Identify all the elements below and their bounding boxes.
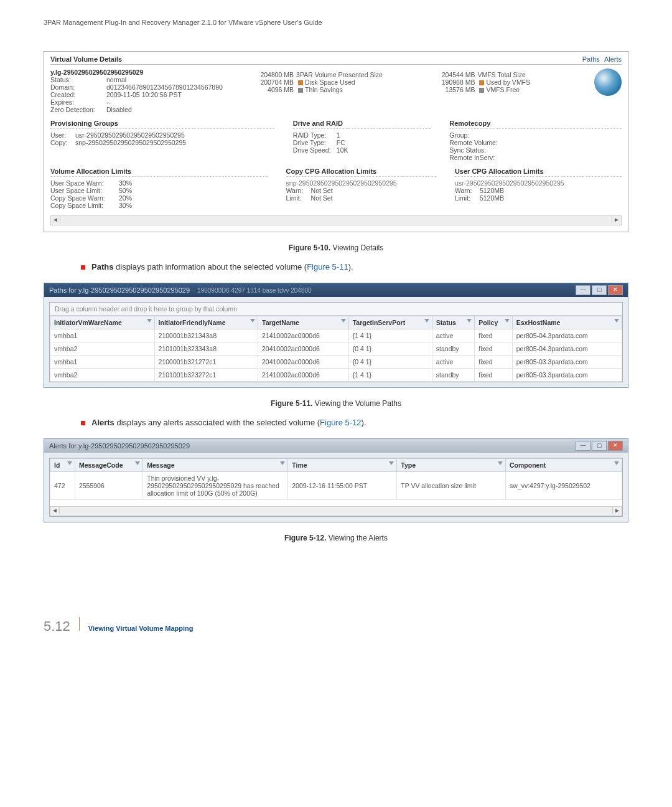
cell: standby — [432, 369, 475, 382]
col-header[interactable]: InitiatorFriendlyName — [154, 316, 258, 329]
created-v: 2009-11-05 10:20:56 PST — [106, 91, 182, 98]
alert-component: sw_vv:4297:y.lg-295029502 — [505, 472, 622, 500]
cell: 2100001b321272c1 — [154, 356, 258, 369]
rvol-k: Remote Volume: — [449, 139, 622, 146]
filter-icon[interactable] — [147, 319, 152, 323]
filter-icon[interactable] — [341, 319, 346, 323]
cell: 2101001b323272c1 — [154, 369, 258, 382]
scroll-right-icon[interactable]: ► — [612, 507, 622, 514]
alerts-win-title: Alerts for y.lg-295029502950295029502950… — [49, 442, 190, 450]
uwarn-k: Warn: — [455, 187, 480, 194]
zero-k: Zero Detection: — [50, 106, 106, 113]
bullet-icon — [81, 265, 85, 270]
user-cpg-sub: usr-295029502950295029502950295 — [455, 179, 622, 187]
filter-icon[interactable] — [389, 461, 394, 465]
fig10-caption: Figure 5-10. Viewing Details — [44, 243, 628, 252]
doc-header: 3PAR Management Plug-In and Recovery Man… — [44, 19, 628, 26]
filter-icon[interactable] — [250, 319, 255, 323]
filter-icon[interactable] — [280, 461, 285, 465]
vmfs-total-lbl: VMFS Total Size — [477, 71, 525, 78]
cell: 21410002ac0000d6 — [258, 329, 349, 342]
fig11-link[interactable]: Figure 5-11 — [307, 262, 348, 271]
col-header[interactable]: TargetInServPort — [348, 316, 432, 329]
usl-v: 50% — [119, 187, 132, 194]
prov-groups-h: Provisioning Groups — [50, 120, 274, 129]
alerts-bullet: Alerts displays any alerts associated wi… — [81, 418, 628, 427]
close-button[interactable]: ✕ — [608, 285, 623, 295]
minimize-button[interactable]: — — [576, 441, 590, 451]
filter-icon[interactable] — [498, 461, 503, 465]
alert-msg: Thin provisioned VV y.lg-295029502950295… — [143, 472, 288, 500]
csl-k: Copy Space Limit: — [50, 202, 119, 209]
usl-k: User Space Limit: — [50, 187, 119, 194]
col-header[interactable]: TargetName — [258, 316, 349, 329]
dtype-v: FC — [337, 139, 345, 146]
cell: fixed — [475, 356, 512, 369]
filter-icon[interactable] — [424, 319, 429, 323]
alert-code: 2555906 — [75, 472, 142, 500]
paths-link[interactable]: Paths — [582, 55, 600, 63]
alerts-hscroll[interactable]: ◄ ► — [50, 506, 622, 516]
maximize-button[interactable]: ▢ — [592, 285, 607, 295]
col-header[interactable]: Message — [143, 459, 288, 472]
vmfs-free-swatch — [479, 88, 484, 93]
col-header[interactable]: Status — [432, 316, 475, 329]
disk-used-swatch — [298, 80, 303, 85]
cell: 2100001b321343a8 — [154, 329, 258, 342]
pie-icon — [594, 68, 622, 96]
expires-v: -- — [106, 98, 111, 106]
fig12-link[interactable]: Figure 5-12 — [320, 418, 361, 427]
col-header[interactable]: Type — [397, 459, 506, 472]
col-header[interactable]: Component — [505, 459, 622, 472]
cell: 20410002ac0000d6 — [258, 342, 349, 356]
user-k: User: — [50, 131, 75, 139]
col-header[interactable]: MessageCode — [75, 459, 142, 472]
col-header[interactable]: Policy — [475, 316, 512, 329]
copy-cpg-h: Copy CPG Allocation Limits — [286, 168, 436, 177]
presented-lbl: 3PAR Volume Presented Size — [296, 71, 383, 78]
raid-k: RAID Type: — [293, 131, 337, 139]
scroll-left-icon[interactable]: ◄ — [50, 507, 60, 514]
footer-sep — [79, 617, 80, 631]
table-row[interactable]: vmhba22101001b323272c121410002ac0000d6{1… — [50, 369, 622, 382]
cell: vmhba1 — [50, 356, 155, 369]
scroll-right-icon[interactable]: ► — [612, 216, 621, 224]
table-row[interactable]: vmhba12100001b321343a821410002ac0000d6{1… — [50, 329, 622, 342]
cell: vmhba2 — [50, 342, 155, 356]
domain-k: Domain: — [50, 83, 106, 91]
col-header[interactable]: Id — [50, 459, 75, 472]
domain-v: d0123456789012345678901234567890 — [106, 83, 223, 91]
minimize-button[interactable]: — — [576, 285, 590, 295]
maximize-button[interactable]: ▢ — [592, 441, 607, 451]
scroll-left-icon[interactable]: ◄ — [51, 216, 60, 224]
filter-icon[interactable] — [67, 461, 72, 465]
col-header[interactable]: Time — [288, 459, 397, 472]
close-button[interactable]: ✕ — [608, 441, 623, 451]
alert-id: 472 — [50, 472, 75, 500]
filter-icon[interactable] — [505, 319, 510, 323]
alerts-table: IdMessageCodeMessageTimeTypeComponent 47… — [50, 458, 622, 500]
vmfs-used-lbl: Used by VMFS — [486, 78, 530, 86]
filter-icon[interactable] — [614, 461, 619, 465]
col-header[interactable]: EsxHostName — [512, 316, 622, 329]
vmfs-free-lbl: VMFS Free — [486, 86, 520, 93]
filter-icon[interactable] — [135, 461, 140, 465]
filter-icon[interactable] — [614, 319, 619, 323]
diskused-lbl: Disk Space Used — [305, 78, 355, 86]
col-header[interactable]: InitiatorVmWareName — [50, 316, 155, 329]
alerts-link[interactable]: Alerts — [604, 55, 622, 63]
table-row[interactable]: vmhba12100001b321272c120410002ac0000d6{0… — [50, 356, 622, 369]
status-v: normal — [106, 76, 126, 83]
table-row[interactable]: vmhba22101001b323343a820410002ac0000d6{0… — [50, 342, 622, 356]
paths-win-ghost: 1900900D6 4297 1314 base tdvv 204800 — [197, 287, 312, 294]
cell: fixed — [475, 329, 512, 342]
vmfs-total-num: 204544 MB — [426, 71, 475, 78]
page-number: 5.12 — [44, 618, 70, 635]
filter-icon[interactable] — [467, 319, 472, 323]
climit-k: Limit: — [286, 194, 311, 202]
table-row[interactable]: 472 2555906 Thin provisioned VV y.lg-295… — [50, 472, 622, 500]
hscroll[interactable]: ◄ ► — [50, 215, 622, 225]
ulimit-k: Limit: — [455, 194, 480, 202]
thin-swatch — [298, 88, 303, 93]
vvd-title: Virtual Volume Details — [50, 55, 122, 63]
